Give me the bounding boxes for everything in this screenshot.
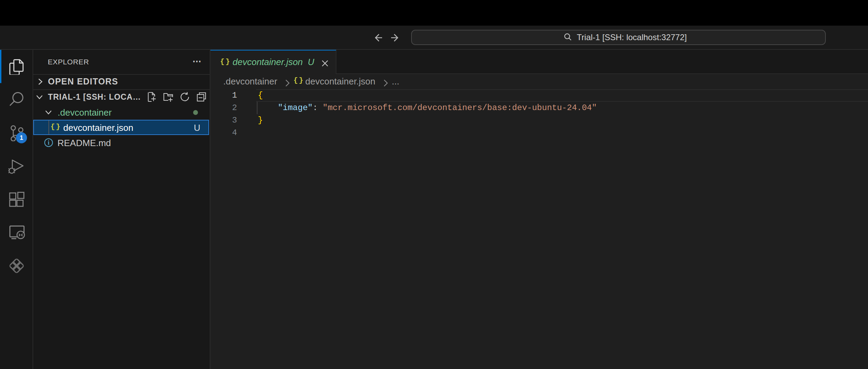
svg-text:i: i [47,139,49,146]
